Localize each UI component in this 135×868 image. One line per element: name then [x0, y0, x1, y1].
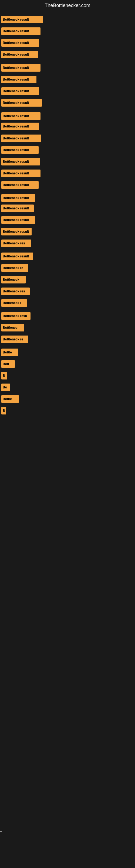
bottleneck-label: Bottleneck result — [3, 78, 29, 82]
bottleneck-label: Bottleneck res — [3, 289, 25, 293]
bottleneck-bar: B — [1, 407, 6, 414]
bottleneck-label: Bottleneck result — [3, 160, 29, 163]
bottleneck-bar: Bottleneck — [1, 276, 26, 283]
bottleneck-bar: Bottleneck result — [1, 194, 35, 202]
y-tick — [0, 831, 2, 832]
bottleneck-bar: Bottleneck r — [1, 299, 27, 307]
bottleneck-bar: Bottleneck result — [1, 134, 41, 142]
site-title: TheBottlenecker.com — [0, 0, 135, 10]
bottleneck-bar: Bottleneck resu — [1, 312, 31, 320]
x-axis — [1, 834, 132, 834]
bottleneck-label: Bottleneck result — [3, 114, 29, 118]
bottleneck-bar: Bott — [1, 360, 15, 368]
bottleneck-label: Bottleneck result — [3, 207, 29, 210]
bottleneck-bar: Bottleneck result — [1, 228, 32, 236]
bottleneck-label: Bottleneck result — [3, 41, 29, 45]
bottleneck-label: Bottleneck res — [3, 241, 25, 245]
bottleneck-bar: B — [1, 372, 7, 379]
bottleneck-bar: Bo — [1, 383, 10, 391]
bottleneck-label: Bott — [3, 362, 9, 366]
bottleneck-label: Bottleneck result — [3, 53, 29, 56]
bottleneck-bar: Bottle — [1, 348, 18, 356]
bottleneck-bar: Bottleneck res — [1, 287, 30, 295]
bottleneck-label: Bottleneck result — [3, 183, 29, 187]
bottleneck-label: Bottleneck result — [3, 66, 29, 70]
bottleneck-bar: Bottleneck result — [1, 87, 39, 95]
bottleneck-bar: Bottleneck result — [1, 112, 41, 120]
bottleneck-bar: Bottleneck result — [1, 64, 41, 72]
bottleneck-label: Bottleneck result — [3, 124, 29, 128]
bottleneck-bar: Bottleneck re — [1, 264, 28, 272]
bottleneck-bar: Bottleneck result — [1, 99, 42, 106]
bottleneck-bar: Bottleneck result — [1, 39, 39, 46]
bottleneck-label: Bo — [3, 385, 7, 389]
bottleneck-bar: Bottleneck result — [1, 252, 33, 260]
bottleneck-label: Bottleneck result — [3, 172, 29, 175]
bottleneck-label: Bottleneck result — [3, 29, 29, 33]
bottleneck-label: Bottleneck re — [3, 266, 23, 270]
bottleneck-label: Bottleneck result — [3, 89, 29, 93]
bottleneck-label: Bottleneck result — [3, 136, 29, 140]
bottleneck-label: Bottleneck r — [3, 301, 21, 305]
bottleneck-label: Bottleneck result — [3, 101, 29, 105]
bottleneck-bar: Bottleneck result — [1, 216, 35, 224]
bottleneck-bar: Bottleneck result — [1, 158, 40, 165]
bottleneck-bar: Bottleneck result — [1, 27, 41, 35]
bottleneck-bar: Bottleneck result — [1, 76, 37, 83]
chart-area: Bottleneck resultBottleneck resultBottle… — [0, 10, 135, 850]
bottleneck-bar: Bottleneck res — [1, 240, 31, 247]
bottleneck-label: Bottlenec — [3, 326, 17, 330]
bottleneck-label: Bottleneck result — [3, 148, 29, 152]
y-tick — [0, 818, 2, 818]
bottleneck-label: Bottle — [3, 350, 12, 354]
bottleneck-bar: Bottleneck result — [1, 146, 39, 154]
bottleneck-bar: Bottlenec — [1, 324, 24, 332]
bottleneck-bar: Bottleneck result — [1, 181, 39, 189]
bottleneck-label: Bottleneck result — [3, 196, 29, 200]
bottleneck-bar: Bottleneck result — [1, 51, 38, 58]
bottleneck-label: Bottleneck result — [3, 218, 29, 222]
bottleneck-bar: Bottleneck result — [1, 123, 39, 130]
bottleneck-label: Bottleneck — [3, 278, 19, 282]
bottleneck-label: Bottleneck result — [3, 254, 29, 258]
bottleneck-bar: Bottleneck result — [1, 169, 41, 177]
bottleneck-bar: Bottleneck re — [1, 336, 28, 343]
bottleneck-label: Bottleneck resu — [3, 314, 27, 318]
bottleneck-label: Bottle — [3, 397, 12, 401]
bottleneck-label: B — [3, 409, 5, 412]
bottleneck-label: Bottleneck re — [3, 337, 23, 341]
bottleneck-bar: Bottle — [1, 395, 19, 403]
bottleneck-label: B — [3, 374, 5, 378]
bottleneck-label: Bottleneck result — [3, 18, 29, 22]
bottleneck-label: Bottleneck result — [3, 230, 29, 234]
bottleneck-bar: Bottleneck result — [1, 205, 34, 212]
bottleneck-bar: Bottleneck result — [1, 16, 43, 23]
